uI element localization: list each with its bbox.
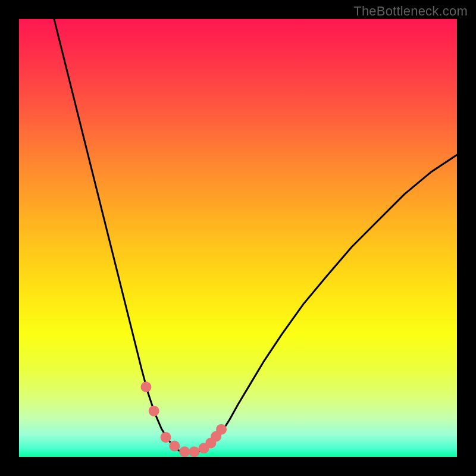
left-dot-1 — [140, 381, 151, 392]
floor-dot-4 — [189, 446, 199, 457]
chart-frame: TheBottleneck.com — [0, 0, 476, 476]
plot-area — [19, 19, 457, 457]
chart-svg — [19, 19, 457, 457]
right-dot-4 — [216, 424, 227, 435]
floor-dot-1 — [161, 432, 171, 443]
floor-dot-2 — [169, 441, 180, 452]
curve-right-arm — [199, 155, 457, 452]
watermark-text: TheBottleneck.com — [353, 4, 468, 19]
floor-dot-3 — [179, 446, 190, 457]
curve-left-arm — [54, 19, 181, 452]
left-dot-2 — [149, 406, 159, 416]
